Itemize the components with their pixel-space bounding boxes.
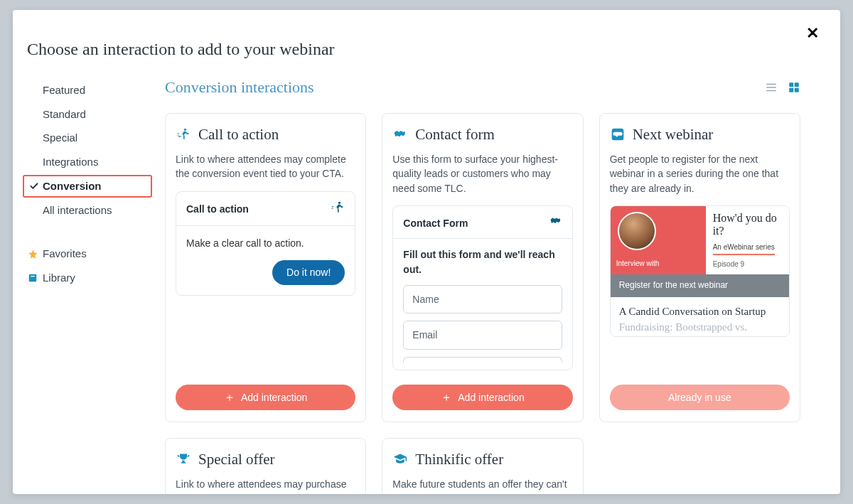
sidebar-item-label: Special xyxy=(43,130,77,146)
list-view-button[interactable] xyxy=(765,81,778,94)
already-in-use-button: Already in use xyxy=(610,385,790,410)
name-field[interactable]: Name xyxy=(403,285,562,313)
library-icon xyxy=(27,272,38,284)
email-field[interactable]: Email xyxy=(403,321,562,349)
sidebar-item-label: Favorites xyxy=(43,246,87,262)
running-icon xyxy=(176,127,191,142)
running-icon xyxy=(331,200,345,218)
card-description: Get people to register for the next webi… xyxy=(610,152,790,195)
series-label: An eWebinar series xyxy=(713,242,775,256)
add-interaction-label: Add interaction xyxy=(458,392,524,403)
card-title: Next webinar xyxy=(633,124,714,145)
close-button[interactable]: ✕ xyxy=(806,26,822,41)
list-icon xyxy=(765,81,778,94)
truncated-field xyxy=(403,357,562,363)
svg-point-10 xyxy=(338,201,340,203)
plus-icon: ＋ xyxy=(441,392,452,403)
svg-rect-4 xyxy=(766,90,776,91)
interaction-card-contact: Contact form Use this form to surface yo… xyxy=(382,113,583,422)
avatar xyxy=(618,212,656,250)
grid-view-button[interactable] xyxy=(788,81,800,94)
sidebar-item-label: Featured xyxy=(43,82,85,98)
handshake-icon xyxy=(392,127,408,142)
article-subtitle: Fundraising: Bootstrapped vs. xyxy=(619,320,780,336)
sidebar-item-library[interactable]: Library xyxy=(23,267,152,289)
sidebar-item-label: Conversion xyxy=(43,178,102,194)
svg-rect-3 xyxy=(766,87,776,88)
handshake-icon xyxy=(549,215,562,231)
card-title: Thinkific offer xyxy=(415,449,503,470)
view-toggle xyxy=(765,81,800,94)
sidebar-item-conversion[interactable]: Conversion xyxy=(23,175,152,198)
svg-rect-2 xyxy=(766,83,776,85)
interaction-picker-modal: ✕ Choose an interaction to add to your w… xyxy=(13,10,840,494)
interview-label: Interview with xyxy=(616,259,700,269)
sidebar-item-label: Integrations xyxy=(43,154,98,170)
sidebar-item-all[interactable]: All interactions xyxy=(23,199,152,222)
register-overlay-label: Register for the next webinar xyxy=(619,279,728,291)
card-description: Use this form to surface your highest-qu… xyxy=(392,152,572,195)
modal-title: Choose an interaction to add to your web… xyxy=(27,37,826,62)
sidebar-item-standard[interactable]: Standard xyxy=(23,103,152,126)
next-webinar-preview: Interview with How'd you do it? An eWebi… xyxy=(610,205,790,337)
card-description: Link to where attendees may purchase you… xyxy=(176,477,355,494)
cta-preview-button[interactable]: Do it now! xyxy=(272,260,345,284)
sidebar-item-label: All interactions xyxy=(43,203,112,218)
register-overlay[interactable]: Register for the next webinar xyxy=(611,274,789,297)
episode-label: Episode 9 xyxy=(713,259,782,270)
add-interaction-button[interactable]: ＋ Add interaction xyxy=(392,385,572,410)
close-icon: ✕ xyxy=(806,24,819,42)
section-heading: Conversion interactions xyxy=(165,76,314,99)
card-title: Call to action xyxy=(198,124,279,145)
cta-preview: Call to action Make a clear call to acti… xyxy=(176,191,355,296)
add-interaction-button[interactable]: ＋ Add interaction xyxy=(176,385,355,410)
sidebar-item-featured[interactable]: Featured xyxy=(23,79,152,102)
cta-preview-title: Call to action xyxy=(186,202,249,216)
card-description: Make future students an offer they can't… xyxy=(392,477,572,494)
graduation-cap-icon xyxy=(392,451,408,467)
check-icon xyxy=(28,181,40,192)
interaction-card-special-offer: Special offer Link to where attendees ma… xyxy=(165,438,366,495)
svg-rect-6 xyxy=(795,82,799,87)
svg-rect-7 xyxy=(789,87,793,92)
sidebar-item-favorites[interactable]: Favorites xyxy=(23,242,152,265)
preview-headline: How'd you do it? xyxy=(713,212,782,238)
svg-rect-8 xyxy=(795,87,799,92)
sidebar-item-integrations[interactable]: Integrations xyxy=(23,151,152,173)
add-interaction-label: Add interaction xyxy=(241,392,307,403)
svg-point-9 xyxy=(184,129,186,131)
ewebinar-icon xyxy=(610,127,626,142)
sidebar-item-label: Library xyxy=(43,270,75,286)
star-icon xyxy=(27,248,38,259)
card-title: Special offer xyxy=(198,449,274,470)
sidebar-item-special[interactable]: Special xyxy=(23,127,152,149)
svg-rect-0 xyxy=(29,274,37,282)
sidebar-item-label: Standard xyxy=(43,107,86,122)
contact-preview-subtitle: Fill out this form and we'll reach out. xyxy=(393,247,572,277)
plus-icon: ＋ xyxy=(224,392,235,403)
card-description: Link to where attendees may complete the… xyxy=(176,152,355,181)
svg-rect-5 xyxy=(789,82,793,87)
article-title: A Candid Conversation on Startup xyxy=(619,304,780,320)
svg-rect-1 xyxy=(31,276,35,277)
trophy-icon xyxy=(176,451,191,467)
interaction-card-thinkific: Thinkific offer Make future students an … xyxy=(382,438,583,495)
modal-header: Choose an interaction to add to your web… xyxy=(13,10,840,69)
interaction-card-next-webinar: Next webinar Get people to register for … xyxy=(599,113,800,422)
cta-preview-body-text: Make a clear call to action. xyxy=(186,236,345,250)
interaction-card-cta: Call to action Link to where attendees m… xyxy=(165,113,366,422)
card-title: Contact form xyxy=(415,124,494,145)
already-in-use-label: Already in use xyxy=(668,392,731,403)
contact-preview: Contact Form Fill out this form and we'l… xyxy=(392,205,572,370)
category-sidebar: Featured Standard Special Integrations C… xyxy=(13,69,159,494)
grid-icon xyxy=(788,81,800,94)
contact-preview-title: Contact Form xyxy=(403,216,468,230)
